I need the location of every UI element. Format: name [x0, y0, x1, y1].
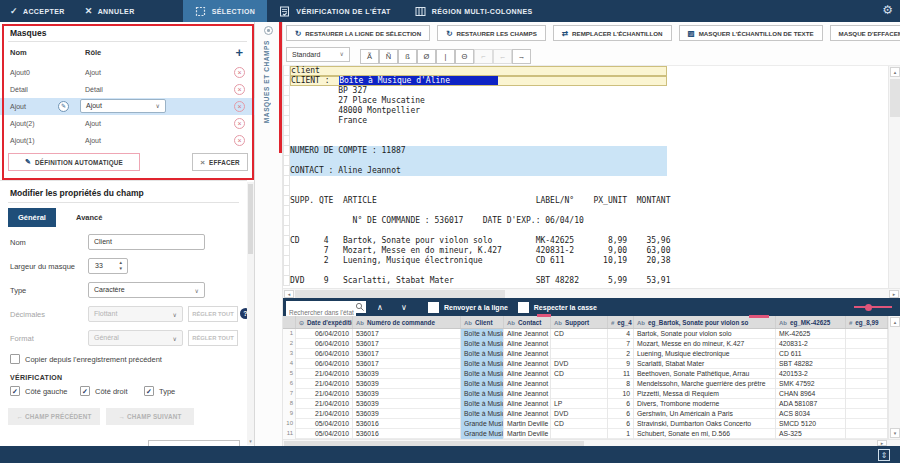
table-row[interactable]: 621/04/2010536039Boîte à Musiq...Aline J… — [283, 379, 888, 389]
field-name-input[interactable]: Client — [88, 234, 205, 250]
table-vertical-scrollbar[interactable]: ▴ ▾ — [888, 316, 900, 439]
settings-gear-icon[interactable]: ⚙ — [882, 3, 893, 17]
column-header[interactable]: #eg_8,99 — [846, 316, 888, 329]
clear-masks-button[interactable]: × EFFACER — [192, 153, 248, 171]
trap-button[interactable]: ß — [398, 49, 417, 64]
report-line[interactable]: SUPP. QTE ARTICLE LABEL/N° PX_UNIT MONTA… — [283, 196, 888, 206]
selected-field-text[interactable]: Boîte à Musique d'Aline — [339, 76, 498, 85]
report-line[interactable]: 27 Place Muscatine — [283, 96, 888, 106]
column-header[interactable]: ⊙Date d'expédition — [296, 316, 353, 329]
report-preview[interactable]: clientCLIENT : Boîte à Musique d'Aline B… — [283, 66, 888, 288]
slider-thumb[interactable] — [865, 304, 872, 311]
trap-button[interactable]: Ã — [360, 49, 379, 64]
find-next-button[interactable]: ∨ — [394, 303, 414, 312]
table-row[interactable]: 521/04/2010536039Boîte à Musiq...Aline J… — [283, 369, 888, 379]
report-line[interactable]: BP 327 — [283, 86, 888, 96]
scroll-down-icon[interactable]: ▾ — [247, 437, 254, 445]
report-line[interactable]: DVD 9 Scarlatti, Stabat Mater SBT 48282 … — [283, 276, 888, 286]
tab-avance[interactable]: Avancé — [66, 208, 112, 227]
table-row[interactable]: 406/04/2010536017Boîte à Musiq...Aline J… — [283, 359, 888, 369]
column-header[interactable]: AbNuméro de commande — [353, 316, 461, 329]
masque-row[interactable]: Ajout0Ajout× — [0, 64, 255, 81]
accept-button[interactable]: ✓ ACCEPTER — [0, 0, 75, 22]
erase-mask-dropdown[interactable]: MASQUE D'EFFACEMENT∨ — [830, 25, 900, 41]
tab-verification-etat[interactable]: VÉRIFICATION DE L'ÉTAT — [267, 0, 402, 22]
report-line[interactable] — [283, 226, 888, 236]
report-line[interactable] — [283, 206, 888, 216]
tab-selection[interactable]: SÉLECTION — [183, 0, 268, 22]
table-row[interactable]: 1105/04/2010536016Grande Musi...Martin D… — [283, 429, 888, 439]
report-line[interactable]: CD 4 Bartok, Sonate pour violon solo MK-… — [283, 236, 888, 246]
stepper-up-icon[interactable]: ▲ — [119, 261, 123, 266]
masque-row[interactable]: Ajout✎Ajout∨× — [0, 98, 255, 115]
zoom-slider[interactable] — [854, 306, 892, 308]
delete-mask-icon[interactable]: × — [234, 67, 245, 78]
match-case-checkbox[interactable] — [518, 302, 529, 313]
delete-mask-icon[interactable]: × — [234, 135, 245, 146]
checkbox-checked-icon[interactable]: ✓ — [80, 386, 90, 396]
table-row[interactable]: 1005/04/2010536016Grande Musi...Martin D… — [283, 419, 888, 429]
verify-left-checkbox[interactable]: ✓Côté gauche — [10, 386, 68, 396]
masque-role-dropdown[interactable]: Ajout∨ — [80, 99, 166, 113]
checkbox-checked-icon[interactable]: ✓ — [144, 386, 154, 396]
checkbox-unchecked-icon[interactable] — [10, 354, 20, 364]
masque-row[interactable]: DétailDétail× — [0, 81, 255, 98]
report-line[interactable]: client — [283, 66, 888, 76]
pin-icon[interactable] — [264, 26, 273, 35]
report-line[interactable] — [283, 126, 888, 136]
table-horizontal-scrollbar[interactable]: ▸ — [283, 439, 900, 446]
tab-region-multi-colonnes[interactable]: RÉGION MULTI-COLONNES — [403, 0, 545, 22]
column-header[interactable]: AbContact — [504, 316, 551, 329]
report-line[interactable] — [283, 266, 888, 276]
table-row[interactable]: 721/04/2010536039Boîte à Musiq...Aline J… — [283, 389, 888, 399]
scroll-up-icon[interactable]: ▴ — [890, 67, 900, 77]
table-row[interactable]: 206/04/2010536017Boîte à Musiq...Aline J… — [283, 339, 888, 349]
replace-sample-button[interactable]: ⇄REMPLACER L'ÉCHANTILLON — [553, 25, 672, 41]
restore-selection-line-button[interactable]: ↻RESTAURER LA LIGNE DE SÉLECTION — [286, 25, 430, 41]
scrollbar-thumb[interactable] — [890, 79, 900, 117]
fit-height-icon[interactable]: ⇕ — [878, 449, 890, 461]
table-row[interactable]: 306/04/2010536017Boîte à Musiq...Aline J… — [283, 349, 888, 359]
masque-row[interactable]: Ajout(2)Ajout× — [0, 115, 255, 132]
copy-previous-checkbox[interactable]: Copier depuis l'enregistrement précédent — [10, 354, 162, 364]
trap-button[interactable]: Θ — [455, 49, 474, 64]
restore-fields-button[interactable]: ↻RESTAURER LES CHAMPS — [437, 25, 546, 41]
scrollbar-thumb[interactable] — [248, 184, 253, 254]
type-dropdown[interactable]: Caractère ∨ — [88, 282, 205, 298]
report-horizontal-scrollbar[interactable]: ◂ ▸ — [283, 288, 900, 298]
masque-row[interactable]: Ajout(1)Ajout× — [0, 132, 255, 149]
cancel-button[interactable]: ✕ ANNULER — [75, 0, 145, 22]
table-row[interactable]: 106/04/2010536017Boîte à Musiq...Aline J… — [283, 329, 888, 339]
stepper-down-icon[interactable]: ▼ — [119, 267, 123, 272]
column-header[interactable]: AbClient — [461, 316, 504, 329]
report-line[interactable]: CLIENT : Boîte à Musique d'Aline — [283, 76, 888, 86]
trap-button[interactable]: Ø — [417, 49, 436, 64]
column-header[interactable]: AbSupport — [551, 316, 608, 329]
trap-style-dropdown[interactable]: Standard ∨ — [286, 47, 350, 62]
mask-width-stepper[interactable]: 33 ▲ ▼ — [88, 258, 128, 274]
report-line[interactable]: CONTACT : Aline Jeannot — [283, 166, 888, 176]
trap-nav-button[interactable]: → — [512, 49, 531, 64]
report-line[interactable] — [283, 176, 888, 186]
delete-mask-icon[interactable]: × — [234, 84, 245, 95]
tab-general[interactable]: Général — [8, 208, 56, 227]
trap-button[interactable]: Ñ — [379, 49, 398, 64]
verify-right-checkbox[interactable]: ✓Côté droit — [80, 386, 128, 396]
report-line[interactable] — [283, 156, 888, 166]
report-line[interactable]: 48000 Montpellier — [283, 106, 888, 116]
checkbox-checked-icon[interactable]: ✓ — [10, 386, 20, 396]
hide-sample-text-button[interactable]: ▨MASQUER L'ÉCHANTILLON DE TEXTE — [679, 25, 823, 41]
scroll-down-icon[interactable]: ▾ — [890, 428, 900, 438]
scroll-right-icon[interactable]: ▸ — [889, 290, 899, 298]
report-vertical-scrollbar[interactable]: ▴ — [888, 66, 900, 288]
column-header[interactable]: Abeg_MK-42625 — [776, 316, 846, 329]
edit-pencil-icon[interactable]: ✎ — [58, 101, 69, 112]
scroll-left-icon[interactable]: ◂ — [284, 290, 294, 298]
report-line[interactable]: France — [283, 116, 888, 126]
report-line[interactable]: NUMERO DE COMPTE : 11887 — [283, 146, 888, 156]
delete-mask-icon[interactable]: × — [234, 118, 245, 129]
delete-mask-icon[interactable]: × — [234, 101, 245, 112]
table-row[interactable]: 821/04/2010536039Boîte à Musiq...Aline J… — [283, 399, 888, 409]
find-previous-button[interactable]: ∧ — [370, 303, 390, 312]
scroll-up-icon[interactable]: ▴ — [890, 317, 900, 327]
